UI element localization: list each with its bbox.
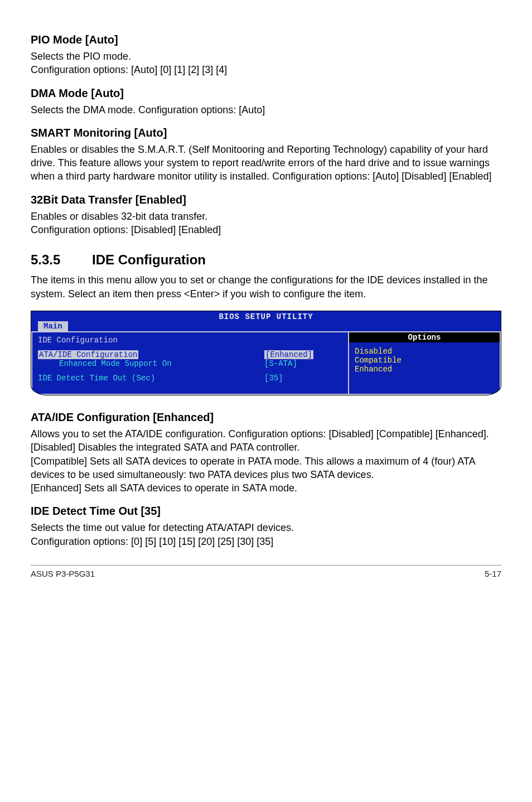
section-heading-ide-configuration: 5.3.5IDE Configuration (31, 252, 501, 268)
text-line: Configuration options: [Disabled] [Enabl… (31, 224, 221, 235)
bios-value: [S-ATA] (264, 359, 342, 368)
spacer (38, 368, 342, 374)
footer-product: ASUS P3-P5G31 (31, 569, 95, 578)
paragraph: Selects the PIO mode. Configuration opti… (31, 50, 501, 77)
bios-row-enhanced-mode-support[interactable]: Enhanced Mode Support On [S-ATA] (38, 359, 342, 368)
bios-label: Enhanced Mode Support On (38, 359, 264, 368)
paragraph: The items in this menu allow you to set … (31, 273, 501, 301)
text-line: Selects the time out value for detecting… (31, 522, 294, 533)
bios-setup-utility-box: BIOS SETUP UTILITY Main IDE Configuratio… (31, 311, 501, 395)
bios-row-ide-detect-timeout[interactable]: IDE Detect Time Out (Sec) [35] (38, 374, 342, 383)
footer-page-number: 5-17 (485, 569, 501, 578)
paragraph: [Enhanced] Sets all SATA devices to oper… (31, 481, 501, 495)
text-line: Selects the PIO mode. (31, 51, 131, 62)
heading-ata-ide-configuration: ATA/IDE Configuration [Enhanced] (31, 411, 501, 424)
page-content: PIO Mode [Auto] Selects the PIO mode. Co… (0, 0, 532, 595)
paragraph: Enables or disables 32-bit data transfer… (31, 210, 501, 237)
bios-option-enhanced[interactable]: Enhanced (355, 365, 494, 374)
heading-32bit-transfer: 32Bit Data Transfer [Enabled] (31, 194, 501, 206)
text-line: Enables or disables 32-bit data transfer… (31, 211, 207, 222)
paragraph: Enables or disables the S.M.A.R.T. (Self… (31, 143, 501, 183)
bios-row-ata-ide-config[interactable]: ATA/IDE Configuration [Enhanced] (38, 350, 342, 359)
paragraph: Selects the time out value for detecting… (31, 521, 501, 548)
bios-label: IDE Detect Time Out (Sec) (38, 374, 264, 383)
heading-pio-mode: PIO Mode [Auto] (31, 33, 501, 46)
bios-left-panel: IDE Configuration ATA/IDE Configuration … (31, 332, 349, 395)
bios-tab-main[interactable]: Main (38, 321, 68, 331)
bios-option-disabled[interactable]: Disabled (355, 347, 494, 356)
heading-ide-detect-timeout: IDE Detect Time Out [35] (31, 505, 501, 518)
section-number: 5.3.5 (31, 252, 92, 268)
section-title: IDE Configuration (92, 252, 206, 267)
text-line: Configuration options: [0] [5] [10] [15]… (31, 536, 273, 547)
text-line: Configuration options: [Auto] [0] [1] [2… (31, 64, 227, 75)
bios-left-header: IDE Configuration (38, 336, 342, 345)
paragraph: [Compatible] Sets all SATA devices to op… (31, 455, 501, 482)
bios-label: ATA/IDE Configuration (38, 350, 138, 359)
bios-body: IDE Configuration ATA/IDE Configuration … (31, 331, 501, 395)
bios-tab-row: Main (31, 321, 501, 331)
heading-dma-mode: DMA Mode [Auto] (31, 87, 501, 100)
paragraph: Selects the DMA mode. Configuration opti… (31, 103, 501, 117)
paragraph: Allows you to set the ATA/IDE configurat… (31, 427, 501, 441)
heading-smart-monitoring: SMART Monitoring [Auto] (31, 127, 501, 139)
bios-options-header: Options (349, 332, 500, 342)
bios-title: BIOS SETUP UTILITY (31, 311, 501, 321)
bios-value: [Enhanced] (264, 350, 313, 359)
paragraph: [Disabled] Disables the integrated SATA … (31, 441, 501, 454)
bios-option-compatible[interactable]: Compatible (355, 356, 494, 365)
page-footer: ASUS P3-P5G31 5-17 (31, 565, 501, 578)
bios-right-panel: Options Disabled Compatible Enhanced (349, 332, 501, 395)
bios-value: [35] (264, 374, 342, 383)
